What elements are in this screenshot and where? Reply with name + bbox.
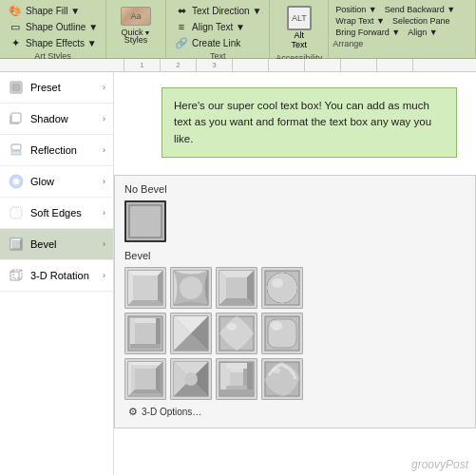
glow-icon <box>8 173 25 190</box>
shape-effects-label: Shape Effects ▼ <box>26 38 97 48</box>
svg-marker-22 <box>128 271 162 276</box>
3d-options-link[interactable]: ⚙ 3-D Options… <box>124 404 466 420</box>
bevel-thumb-6[interactable] <box>170 313 212 354</box>
svg-marker-62 <box>131 365 135 393</box>
svg-marker-11 <box>10 238 12 250</box>
svg-marker-56 <box>128 362 162 365</box>
send-backward-button[interactable]: Send Backward ▼ <box>382 4 458 15</box>
reflection-icon <box>8 142 25 159</box>
shadow-label: Shadow <box>30 113 68 124</box>
bevel-thumb-7[interactable] <box>216 313 257 354</box>
svg-marker-13 <box>10 248 22 250</box>
no-bevel-section: No Bevel <box>124 183 466 242</box>
watermark-text: groovyPost <box>411 458 468 471</box>
menu-item-3d-rotation[interactable]: 3-D Rotation › <box>0 260 113 292</box>
bevel-icon <box>8 236 25 253</box>
shape-effects-menu: Preset › Shadow › <box>0 72 114 475</box>
3d-rotation-icon <box>8 267 25 284</box>
shadow-chevron: › <box>103 114 105 124</box>
alt-text-button[interactable]: ALT Alt Text <box>282 3 316 52</box>
svg-rect-65 <box>135 369 156 390</box>
bevel-thumb-5[interactable] <box>124 313 166 354</box>
bevel-thumb-12[interactable] <box>261 358 303 400</box>
wrap-text-button[interactable]: Wrap Text ▼ <box>333 15 388 27</box>
no-bevel-thumb[interactable] <box>124 200 166 242</box>
bevel-thumb-2[interactable] <box>170 267 212 309</box>
accessibility-group: ALT Alt Text Accessibility <box>270 0 329 58</box>
quick-styles-label2: Styles <box>124 35 148 45</box>
svg-marker-61 <box>131 365 160 369</box>
bevel-row-1 <box>124 267 466 309</box>
menu-item-bevel[interactable]: Bevel › <box>0 229 113 260</box>
alt-text-label: Alt Text <box>292 30 308 49</box>
shape-effects-icon: ✦ <box>8 36 23 49</box>
ruler-mark-8 <box>376 59 412 72</box>
svg-rect-76 <box>220 390 253 395</box>
ruler-mark-2: 2 <box>160 59 196 72</box>
create-link-button[interactable]: 🔗 Create Link <box>172 35 263 50</box>
align-button[interactable]: Align ▼ <box>405 27 440 38</box>
ruler-mark-3: 3 <box>196 59 232 72</box>
text-box-content: Here's our super cool text box! You can … <box>174 100 431 144</box>
bevel-thumb-8[interactable] <box>261 313 303 354</box>
shape-outline-button[interactable]: ▭ Shape Outline ▼ <box>6 19 100 34</box>
right-panel: Here's our super cool text box! You can … <box>114 72 476 475</box>
shadow-icon <box>8 110 25 127</box>
bevel-label: Bevel <box>30 238 57 250</box>
reflection-chevron: › <box>103 145 105 155</box>
menu-item-shadow[interactable]: Shadow › <box>0 104 113 135</box>
shape-fill-button[interactable]: 🎨 Shape Fill ▼ <box>6 3 100 18</box>
preset-label: Preset <box>30 82 61 93</box>
text-group: ⬌ Text Direction ▼ ≡ Align Text ▼ 🔗 Crea… <box>166 0 270 58</box>
svg-point-83 <box>273 368 280 373</box>
create-link-icon: 🔗 <box>174 36 189 49</box>
svg-point-7 <box>12 178 20 185</box>
svg-rect-4 <box>11 144 21 150</box>
menu-item-glow[interactable]: Glow › <box>0 166 113 198</box>
bring-forward-button[interactable]: Bring Forward ▼ <box>333 27 403 38</box>
bevel-thumb-10[interactable] <box>170 358 212 400</box>
svg-rect-26 <box>133 276 158 300</box>
text-direction-icon: ⬌ <box>174 4 189 17</box>
svg-rect-44 <box>135 323 156 344</box>
svg-rect-1 <box>12 84 20 91</box>
svg-rect-81 <box>226 386 247 390</box>
quick-styles-icon: Aa <box>121 7 151 26</box>
arrange-label: Arrange <box>333 38 471 48</box>
bevel-thumb-11[interactable] <box>216 358 257 400</box>
selection-pane-button[interactable]: Selection Pane <box>390 15 453 27</box>
position-button[interactable]: Position ▼ <box>333 4 379 15</box>
bevel-thumb-1[interactable] <box>124 267 166 309</box>
svg-rect-8 <box>10 207 22 218</box>
quick-styles-button[interactable]: Aa Quick ▼ Styles <box>112 3 160 48</box>
bevel-chevron: › <box>103 239 105 249</box>
ruler-mark-7 <box>340 59 376 72</box>
shape-effects-button[interactable]: ✦ Shape Effects ▼ <box>6 35 100 50</box>
text-direction-button[interactable]: ⬌ Text Direction ▼ <box>172 3 263 18</box>
svg-point-37 <box>267 273 297 303</box>
ruler-mark-9 <box>412 59 448 72</box>
svg-marker-23 <box>128 271 133 305</box>
menu-item-reflection[interactable]: Reflection › <box>0 135 113 166</box>
bevel-thumb-4[interactable] <box>261 267 303 309</box>
no-bevel-row <box>124 200 466 242</box>
menu-item-preset[interactable]: Preset › <box>0 72 113 104</box>
menu-item-soft-edges[interactable]: Soft Edges › <box>0 198 113 229</box>
svg-rect-5 <box>11 151 21 155</box>
ruler-mark-6 <box>304 59 340 72</box>
watermark: groovyPost <box>411 458 468 471</box>
glow-chevron: › <box>103 177 105 186</box>
bevel-thumb-3[interactable] <box>216 267 257 309</box>
bevel-thumb-9[interactable] <box>124 358 166 400</box>
align-text-button[interactable]: ≡ Align Text ▼ <box>172 19 263 34</box>
ruler: 1 2 3 <box>0 59 476 72</box>
3d-options-icon: ⚙ <box>128 406 138 418</box>
soft-edges-chevron: › <box>103 208 105 218</box>
svg-rect-3 <box>11 113 21 123</box>
svg-marker-57 <box>128 362 131 396</box>
alt-text-icon: ALT <box>287 6 312 30</box>
svg-marker-63 <box>156 365 160 393</box>
glow-label: Glow <box>30 176 54 187</box>
shape-styles-group: 🎨 Shape Fill ▼ ▭ Shape Outline ▼ ✦ Shape… <box>0 0 106 58</box>
svg-marker-10 <box>10 238 22 240</box>
